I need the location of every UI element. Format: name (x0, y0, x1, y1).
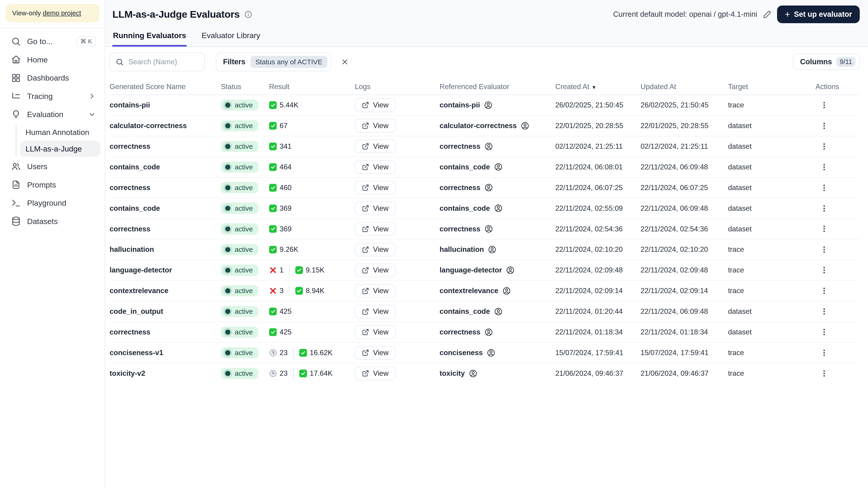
target-value: trace (728, 101, 815, 109)
view-button-label: View (373, 122, 389, 130)
referenced-evaluator-cell[interactable]: contains_code (439, 204, 555, 213)
tab-running-evaluators[interactable]: Running Evaluators (112, 31, 187, 46)
referenced-evaluator-cell[interactable]: toxicity (439, 369, 555, 378)
col-header-updated-at[interactable]: Updated At (641, 83, 728, 91)
view-logs-button[interactable]: View (355, 181, 396, 194)
sidebar-item-users[interactable]: Users (4, 158, 100, 176)
target-value: trace (728, 246, 815, 254)
referenced-evaluator-cell[interactable]: conciseness (439, 349, 555, 357)
filters-button[interactable]: Filters Status any of ACTIVE (216, 53, 331, 71)
row-actions-menu-button[interactable] (816, 99, 832, 111)
sidebar-item-llm-as-a-judge[interactable]: LLM-as-a-Judge (20, 141, 100, 157)
view-logs-button[interactable]: View (355, 346, 396, 359)
view-logs-button[interactable]: View (355, 325, 396, 339)
pending-count: 23 (280, 349, 288, 357)
row-actions-menu-button[interactable] (816, 305, 832, 318)
status-badge-label: active (235, 369, 253, 377)
pass-count: 369 (280, 204, 291, 213)
tab-evaluator-library[interactable]: Evaluator Library (201, 31, 261, 46)
view-logs-button[interactable]: View (355, 119, 396, 132)
sidebar-item-playground[interactable]: Playground (4, 194, 100, 212)
clear-filters-button[interactable] (338, 55, 352, 69)
view-button-label: View (373, 101, 389, 109)
referenced-evaluator-cell[interactable]: contains-pii (439, 101, 555, 110)
updated-at: 22/11/2024, 06:09:48 (641, 307, 728, 316)
row-actions-menu-button[interactable] (816, 285, 832, 297)
columns-button[interactable]: Columns 9/11 (793, 54, 860, 70)
view-logs-button[interactable]: View (355, 284, 396, 298)
user-circle-icon (494, 204, 503, 213)
sidebar-item-dashboards[interactable]: Dashboards (4, 69, 100, 87)
referenced-evaluator-cell[interactable]: calculator-correctness (439, 122, 555, 130)
columns-count-badge: 9/11 (836, 57, 856, 67)
pass-count: 341 (280, 142, 291, 151)
referenced-evaluator-cell[interactable]: contextrelevance (439, 287, 555, 295)
view-logs-button[interactable]: View (355, 305, 396, 318)
referenced-evaluator-cell[interactable]: correctness (439, 183, 555, 192)
sidebar-item-datasets[interactable]: Datasets (4, 212, 100, 230)
col-header-result[interactable]: Result (269, 83, 355, 91)
target-value: dataset (728, 163, 815, 171)
status-dot-icon (225, 227, 230, 232)
row-actions-menu-button[interactable] (816, 326, 832, 338)
table-row: correctness active 425 View (110, 322, 860, 342)
row-actions-menu-button[interactable] (816, 119, 832, 132)
referenced-evaluator-cell[interactable]: correctness (439, 225, 555, 233)
referenced-evaluator-name: language-detector (439, 266, 502, 274)
col-header-created-at[interactable]: Created At▼ (555, 83, 641, 91)
demo-project-link[interactable]: demo project (43, 9, 81, 17)
view-logs-button[interactable]: View (355, 243, 396, 256)
set-up-evaluator-button[interactable]: + Set up evaluator (777, 5, 860, 23)
row-actions-menu-button[interactable] (816, 367, 832, 380)
row-actions-menu-button[interactable] (816, 243, 832, 256)
row-actions-menu-button[interactable] (816, 181, 832, 194)
col-header-referenced-evaluator[interactable]: Referenced Evaluator (439, 83, 555, 91)
view-logs-button[interactable]: View (355, 201, 396, 215)
status-dot-icon (225, 103, 230, 108)
info-icon[interactable] (244, 10, 252, 19)
col-header-target[interactable]: Target (728, 83, 815, 91)
sidebar-item-label: Tracing (27, 92, 82, 101)
sidebar-item-tracing[interactable]: Tracing (4, 87, 100, 106)
status-badge-label: active (235, 287, 253, 295)
referenced-evaluator-cell[interactable]: hallucination (439, 245, 555, 254)
view-logs-button[interactable]: View (355, 222, 396, 236)
sidebar-item-goto[interactable]: Go to... ⌘ K (4, 32, 100, 51)
referenced-evaluator-cell[interactable]: language-detector (439, 266, 555, 275)
col-header-logs[interactable]: Logs (355, 83, 439, 91)
external-link-icon (362, 308, 369, 315)
view-logs-button[interactable]: View (355, 139, 396, 153)
row-actions-menu-button[interactable] (816, 161, 832, 173)
external-link-icon (362, 184, 369, 191)
view-logs-button[interactable]: View (355, 263, 396, 277)
pass-count: 460 (280, 184, 291, 192)
table-row: contains_code active 464 Vie (110, 157, 860, 177)
edit-model-pencil-icon[interactable] (763, 10, 772, 19)
kebab-menu-icon (820, 287, 828, 295)
result-cell: 425 (269, 328, 355, 336)
view-logs-button[interactable]: View (355, 160, 396, 174)
row-actions-menu-button[interactable] (816, 140, 832, 153)
referenced-evaluator-cell[interactable]: contains_code (439, 163, 555, 171)
referenced-evaluator-cell[interactable]: correctness (439, 328, 555, 337)
referenced-evaluator-cell[interactable]: correctness (439, 142, 555, 151)
referenced-evaluator-name: conciseness (439, 349, 483, 357)
row-actions-menu-button[interactable] (816, 264, 832, 276)
row-actions-menu-button[interactable] (816, 223, 832, 235)
sidebar-item-home[interactable]: Home (4, 51, 100, 69)
sidebar-item-evaluation[interactable]: Evaluation (4, 105, 100, 124)
view-logs-button[interactable]: View (355, 98, 396, 112)
row-actions-menu-button[interactable] (816, 202, 832, 215)
referenced-evaluator-name: correctness (439, 328, 480, 336)
status-filter-chip[interactable]: Status any of ACTIVE (250, 56, 328, 68)
sidebar-item-human-annotation[interactable]: Human Annotation (20, 124, 100, 140)
status-badge: active (221, 223, 258, 234)
sidebar-item-prompts[interactable]: Prompts (4, 175, 100, 194)
col-header-generated-score-name[interactable]: Generated Score Name (110, 83, 221, 91)
col-header-status[interactable]: Status (221, 83, 269, 91)
score-name: language-detector (110, 266, 221, 274)
row-actions-menu-button[interactable] (816, 346, 832, 359)
referenced-evaluator-cell[interactable]: contains_code (439, 307, 555, 316)
search-input[interactable] (128, 58, 199, 66)
view-logs-button[interactable]: View (355, 366, 396, 380)
